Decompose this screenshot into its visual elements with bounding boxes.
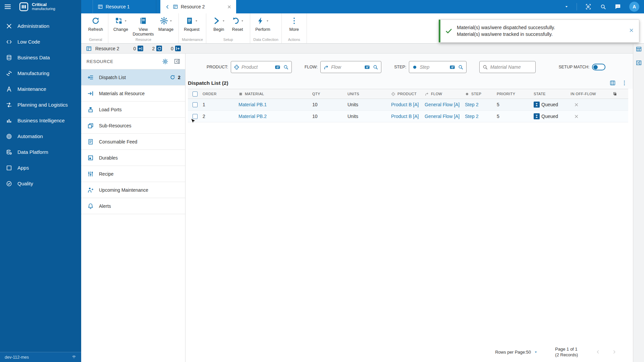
planning-logistics-icon [6, 102, 12, 108]
prev-page-icon[interactable] [595, 349, 601, 355]
resource-panel-header: RESOURCE [81, 54, 185, 69]
next-page-icon[interactable] [611, 349, 617, 355]
avatar[interactable]: A [629, 2, 639, 12]
panel-item-alerts[interactable]: Alerts [81, 198, 185, 214]
ribbon-group-maintenance: RequestMaintenance [179, 13, 206, 43]
product-link[interactable]: Product B [A] [391, 114, 419, 119]
step-filter-input[interactable] [420, 64, 447, 70]
search-icon[interactable] [600, 3, 606, 10]
row-checkbox[interactable] [193, 102, 198, 107]
sidebar-item-business-data[interactable]: Business Data [0, 50, 81, 65]
sidebar-item-quality[interactable]: Quality [0, 176, 81, 191]
remove-icon[interactable] [574, 114, 579, 119]
ribbon-group-label: Maintenance [182, 38, 203, 43]
panel-item-durables[interactable]: Durables [81, 150, 185, 166]
panel-item-dispatch-list[interactable]: Dispatch List2 [81, 69, 185, 85]
material-link[interactable]: Material PB.1 [238, 102, 267, 107]
panel-item-sub-resources[interactable]: Sub-Resources [81, 118, 185, 134]
sidebar-item-data-platform[interactable]: Data Platform [0, 144, 81, 160]
sidebar-item-maintenance[interactable]: Maintenance [0, 81, 81, 97]
magnifier-icon[interactable] [283, 64, 289, 70]
material-link[interactable]: Material PB.2 [238, 114, 267, 119]
panel-item-recipe[interactable]: Recipe [81, 166, 185, 182]
tab-resource-1[interactable]: Resource 1 [93, 0, 156, 13]
column-header-select[interactable] [188, 92, 201, 97]
sidebar-item-planning-and-logistics[interactable]: Planning and Logistics [0, 97, 81, 113]
counter-value: 0 [133, 46, 136, 51]
setup-match-toggle[interactable] [592, 64, 605, 70]
button-label: Change [113, 27, 128, 32]
kebab-menu-icon[interactable] [621, 80, 628, 86]
sidebar-item-automation[interactable]: Automation [0, 128, 81, 144]
counter-track-in[interactable]: 0 [133, 46, 144, 51]
material-name-input[interactable] [490, 64, 533, 70]
collapse-panel-icon[interactable] [174, 58, 180, 65]
panel-item-materials-at-resource[interactable]: Materials at Resource [81, 85, 185, 102]
panel-item-consumable-feed[interactable]: Consumable Feed [81, 134, 185, 150]
magnifier-icon[interactable] [373, 64, 378, 70]
manage-button[interactable]: Manage [156, 13, 175, 38]
select-all-checkbox[interactable] [193, 92, 198, 97]
business-data-icon [6, 54, 12, 61]
table-row[interactable]: 1Material PB.110UnitsProduct B [A]Genera… [188, 99, 628, 111]
sidebar-item-manufacturing[interactable]: Manufacturing [0, 65, 81, 81]
menu-icon[interactable] [4, 3, 11, 10]
barcode-scanner-icon[interactable] [585, 3, 592, 10]
row-checkbox[interactable] [193, 114, 198, 119]
remove-icon[interactable] [574, 102, 579, 107]
product-filter-label: PRODUCT: [207, 65, 228, 69]
view-documents-button[interactable]: View Documents [130, 13, 156, 38]
sidebar-item-label: Business Intelligence [17, 118, 65, 123]
brand-name: Critical [32, 2, 55, 7]
camera-icon[interactable] [449, 64, 456, 70]
rows-per-page-control[interactable]: Rows per Page:50 [495, 350, 538, 355]
product-filter-input[interactable] [241, 64, 272, 70]
magnifier-icon[interactable] [458, 64, 464, 70]
counter-value: 0 [171, 46, 173, 51]
step-link[interactable]: Step 2 [465, 114, 478, 119]
sidebar-item-label: Maintenance [17, 86, 46, 92]
product-link[interactable]: Product B [A] [391, 102, 419, 107]
counter-queue-count[interactable]: 2 [152, 46, 162, 51]
list-title-row: Dispatch List (2) [188, 80, 628, 89]
sidebar-item-administration[interactable]: Administration [0, 18, 81, 34]
resource-counters: 020 [133, 46, 181, 51]
request-button[interactable]: Request [182, 13, 202, 38]
sub-resources-icon [87, 122, 94, 129]
separator [577, 3, 577, 10]
close-icon[interactable] [629, 28, 634, 33]
gear-icon[interactable] [162, 58, 168, 65]
sidebar-item-low-code[interactable]: Low Code [0, 34, 81, 50]
flow-link[interactable]: General Flow [A] [425, 102, 460, 107]
change-button[interactable]: Change [111, 13, 130, 38]
product-filter [231, 61, 292, 73]
sidebar-item-business-intelligence[interactable]: Business Intelligence [0, 113, 81, 128]
column-label: PRIORITY [497, 92, 515, 96]
refresh-button[interactable]: Refresh [86, 13, 105, 38]
expand-panel-icon[interactable] [636, 60, 642, 66]
magnifier-icon [482, 64, 488, 70]
sidebar-item-apps[interactable]: Apps [0, 160, 81, 176]
tab-resource-2[interactable]: Resource 2 [160, 0, 236, 13]
columns-icon[interactable] [609, 80, 616, 86]
table-row[interactable]: 2Material PB.210UnitsProduct B [A]Genera… [188, 111, 628, 122]
chat-icon[interactable] [614, 3, 621, 10]
chevron-down-icon[interactable] [565, 5, 569, 9]
begin-button[interactable]: Begin [209, 13, 228, 38]
more-button[interactable]: More [285, 13, 304, 38]
perform-button[interactable]: Perform [253, 13, 272, 38]
camera-icon[interactable] [364, 64, 371, 70]
flow-filter-input[interactable] [331, 64, 362, 70]
back-chevron-icon[interactable] [165, 4, 170, 9]
ribbon-group-label: General [86, 38, 105, 43]
flow-link[interactable]: General Flow [A] [425, 114, 460, 119]
panel-item-load-ports[interactable]: Load Ports [81, 102, 185, 118]
counter-track-out[interactable]: 0 [171, 46, 181, 51]
panel-item-upcoming-maintenance[interactable]: Upcoming Maintenance [81, 182, 185, 198]
sidebar-item-label: Low Code [17, 39, 40, 45]
table-grid-icon[interactable] [636, 46, 642, 52]
reset-button[interactable]: Reset [228, 13, 247, 38]
close-tab-icon[interactable] [227, 5, 231, 9]
step-link[interactable]: Step 2 [465, 102, 478, 107]
camera-icon[interactable] [274, 64, 281, 70]
